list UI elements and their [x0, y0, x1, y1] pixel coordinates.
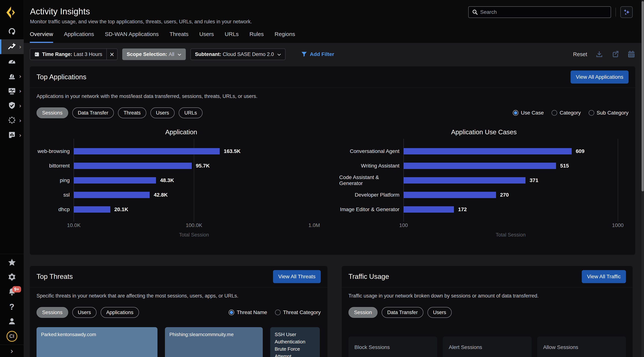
user-button[interactable] [0, 314, 24, 329]
add-filter-label: Add Filter [310, 51, 334, 57]
metric-toggle-group: Sessions Data Transfer Threats Users URL… [36, 107, 202, 118]
category-label: web-browsing [36, 144, 74, 159]
bar-ssl[interactable] [74, 192, 150, 198]
bar-code-assistant[interactable] [404, 177, 526, 184]
tab-overview[interactable]: Overview [30, 31, 53, 43]
notifications-button[interactable]: 9+ [0, 285, 24, 299]
bar-developer-platform[interactable] [404, 192, 496, 198]
download-icon[interactable] [595, 50, 603, 58]
toggle-data-transfer[interactable]: Data Transfer [72, 107, 114, 118]
toggle-data-transfer[interactable]: Data Transfer [382, 307, 423, 318]
reset-button[interactable]: Reset [573, 51, 587, 58]
radio-threat-name[interactable]: Threat Name [229, 309, 267, 315]
bar-writing-assistant[interactable] [404, 163, 556, 169]
card-title: Top Threats [36, 273, 73, 280]
subtenant-filter[interactable]: Subtenant: Cloud SASE Demo 2.0 [190, 49, 286, 60]
toggle-users[interactable]: Users [72, 307, 97, 318]
allow-sessions-tile[interactable]: Allow Sessions 1.0M [537, 336, 626, 357]
page-title: Activity Insights [30, 6, 252, 17]
filter-value: Cloud SASE Demo 2.0 [223, 52, 274, 57]
company-logo-icon[interactable] [0, 0, 24, 22]
treemap-block[interactable]: Parked:kentonsawdy.com [36, 327, 158, 357]
tab-regions[interactable]: Regions [275, 31, 295, 43]
settings-button[interactable] [0, 270, 24, 285]
chevron-right-icon: › [19, 132, 22, 138]
scope-selection-filter[interactable]: Scope Selection: All [122, 49, 186, 60]
favorites-button[interactable] [0, 255, 24, 270]
tab-applications[interactable]: Applications [64, 31, 94, 43]
tab-users[interactable]: Users [200, 31, 214, 43]
metric-toggle-group: Session Data Transfer Users [348, 307, 452, 318]
chevron-right-icon: › [19, 88, 22, 94]
bar-dhcp[interactable] [74, 206, 110, 213]
bar-conversational-agent[interactable] [404, 148, 572, 154]
bar-web-browsing[interactable] [74, 148, 220, 154]
treemap-block[interactable]: Phishing:slearncommnuity.me [165, 327, 263, 357]
search-input[interactable] [468, 6, 611, 18]
content-area: Time Range: Last 3 Hours × Scope Selecti… [24, 43, 644, 357]
question-mark-icon: ? [9, 302, 14, 311]
toggle-users[interactable]: Users [150, 107, 175, 118]
sidebar-item-activity-insights[interactable]: › [0, 39, 24, 54]
calendar-schedule-icon[interactable] [628, 50, 635, 58]
tab-rules[interactable]: Rules [250, 31, 264, 43]
bar-bittorrent[interactable] [74, 163, 192, 169]
sidebar-expand-button[interactable]: › [0, 345, 24, 357]
category-label: Writing Assistant [339, 159, 404, 173]
tab-urls[interactable]: URLs [225, 31, 239, 43]
title-block: Activity Insights Monitor traffic usage,… [30, 6, 252, 25]
sidebar-item-command-center[interactable] [0, 25, 24, 39]
filter-value: All [169, 52, 174, 57]
ai-assistant-button[interactable] [620, 6, 633, 18]
insights-sparkline-icon [8, 42, 16, 52]
page-subtitle: Monitor traffic usage, and view the top … [30, 19, 252, 25]
card-title: Traffic Usage [348, 273, 389, 280]
sidebar-item-dashboards[interactable] [0, 54, 24, 69]
radio-threat-category[interactable]: Threat Category [275, 309, 321, 315]
toggle-sessions[interactable]: Sessions [36, 107, 68, 118]
scrollbar-thumb[interactable] [642, 1, 644, 191]
add-filter-button[interactable]: Add Filter [301, 51, 334, 57]
view-all-traffic-button[interactable]: View All Traffic [582, 270, 626, 283]
tab-sdwan-applications[interactable]: SD-WAN Applications [105, 31, 159, 43]
alert-sessions-tile[interactable]: Alert Sessions 0 [443, 336, 532, 357]
sidebar-item-reports[interactable]: › [0, 128, 24, 143]
category-label: dhcp [36, 202, 74, 217]
toggle-applications[interactable]: Applications [100, 307, 139, 318]
toggle-sessions[interactable]: Sessions [36, 307, 68, 318]
toggle-threats[interactable]: Threats [118, 107, 146, 118]
sidebar-item-monitoring[interactable]: › [0, 84, 24, 98]
report-chart-icon [8, 131, 16, 140]
sidebar: › › [0, 0, 24, 357]
toggle-session[interactable]: Session [348, 307, 378, 318]
tab-threats[interactable]: Threats [170, 31, 188, 43]
card-description: Traffic usage in your network broken dow… [348, 293, 626, 299]
sidebar-item-workflows[interactable]: › [0, 113, 24, 128]
radar-icon [8, 28, 16, 37]
radio-dot [275, 310, 281, 315]
block-sessions-tile[interactable]: Block Sessions 6.2K [348, 336, 437, 357]
sidebar-item-security[interactable]: › [0, 98, 24, 113]
bar-image-editor[interactable] [404, 206, 454, 213]
radio-dot [229, 310, 234, 315]
sidebar-item-incidents-alerts[interactable]: › [0, 69, 24, 84]
close-icon[interactable]: × [107, 51, 117, 58]
treemap-block[interactable]: SSH User Authentication Brute Force Atte… [270, 327, 320, 357]
radio-category[interactable]: Category [552, 110, 581, 116]
toggle-urls[interactable]: URLs [179, 107, 202, 118]
view-all-applications-button[interactable]: View All Applications [570, 71, 628, 84]
time-range-filter[interactable]: Time Range: Last 3 Hours × [30, 49, 118, 60]
help-button[interactable]: ? [0, 299, 24, 314]
chevron-down-icon [178, 53, 181, 56]
toggle-users[interactable]: Users [428, 307, 452, 318]
share-export-icon[interactable] [612, 50, 619, 58]
shield-check-icon [8, 101, 16, 110]
radio-sub-category[interactable]: Sub Category [589, 110, 628, 116]
view-all-threats-button[interactable]: View All Threats [273, 270, 321, 283]
radio-use-case[interactable]: Use Case [513, 110, 544, 116]
person-icon [8, 317, 16, 326]
vertical-scrollbar [642, 0, 644, 357]
tenant-avatar[interactable]: CI [0, 329, 24, 343]
bar-ping[interactable] [74, 177, 156, 184]
x-axis-title: Total Session [404, 232, 618, 238]
